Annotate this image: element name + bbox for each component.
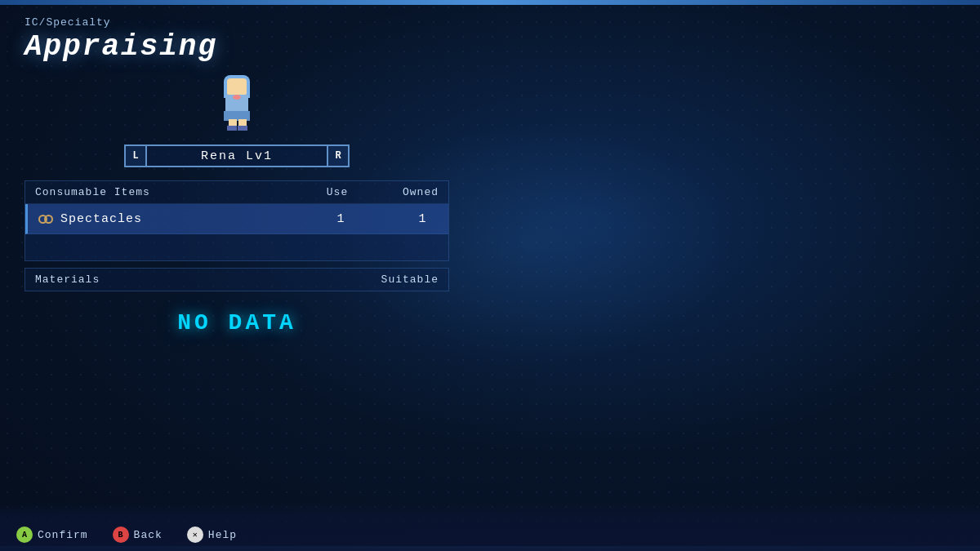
consumable-item-spectacles[interactable]: Spectacles 1 1	[25, 204, 448, 234]
item-spectacles-owned: 1	[406, 212, 439, 226]
sprite-shoes2	[238, 126, 247, 131]
item-spectacles-values: 1 1	[324, 212, 439, 226]
page-title: Appraising	[24, 30, 449, 64]
materials-suitable-label: Suitable	[381, 273, 439, 286]
footer-controls: A Confirm B Back ✕ Help	[16, 527, 237, 543]
col-owned-label: Owned	[403, 186, 439, 198]
item-spectacles-name: Spectacles	[60, 212, 324, 226]
character-name-display: Rena Lv1	[147, 144, 327, 167]
consumable-items-panel: Consumable Items Use Owned Spectacles 1 …	[24, 180, 449, 261]
btn-l-label: L	[132, 150, 138, 162]
no-data-section: NO DATA	[24, 310, 449, 335]
consumable-header-label: Consumable Items	[35, 186, 150, 198]
next-character-button[interactable]: R	[327, 144, 350, 167]
btn-r-label: R	[335, 150, 341, 162]
btn-back-label: Back	[134, 529, 163, 541]
btn-a-key: A	[22, 531, 27, 540]
sprite-shoes	[227, 126, 237, 131]
page-subtitle: IC/Specialty	[24, 16, 449, 29]
consumable-header: Consumable Items Use Owned	[25, 181, 448, 204]
sprite-bow	[233, 95, 241, 100]
btn-b-key: B	[118, 531, 123, 540]
btn-x-circle: ✕	[187, 527, 203, 543]
materials-section: Materials Suitable	[24, 268, 449, 291]
footer-btn-back[interactable]: B Back	[113, 527, 163, 543]
materials-header: Materials Suitable	[24, 268, 449, 291]
no-data-text: NO DATA	[177, 310, 296, 335]
main-content: IC/Specialty Appraising L Rena	[24, 16, 449, 291]
btn-a-circle: A	[16, 527, 33, 543]
empty-row-1	[25, 234, 448, 260]
btn-x-key: ✕	[193, 530, 198, 540]
btn-help-label: Help	[208, 529, 237, 541]
materials-header-label: Materials	[35, 273, 100, 286]
footer-btn-confirm[interactable]: A Confirm	[16, 527, 88, 543]
btn-b-circle: B	[113, 527, 129, 543]
consumable-header-cols: Use Owned	[321, 186, 439, 198]
item-spectacles-use: 1	[324, 212, 357, 226]
character-sprite	[212, 76, 261, 133]
character-selector: L Rena Lv1 R	[24, 144, 449, 167]
col-use-label: Use	[321, 186, 354, 198]
sprite-head	[227, 78, 247, 95]
character-selector-label: Rena Lv1	[201, 149, 273, 163]
top-bar	[0, 0, 980, 5]
footer-btn-help[interactable]: ✕ Help	[187, 527, 237, 543]
prev-character-button[interactable]: L	[124, 144, 147, 167]
spectacles-icon	[38, 211, 54, 227]
btn-confirm-label: Confirm	[38, 529, 88, 541]
